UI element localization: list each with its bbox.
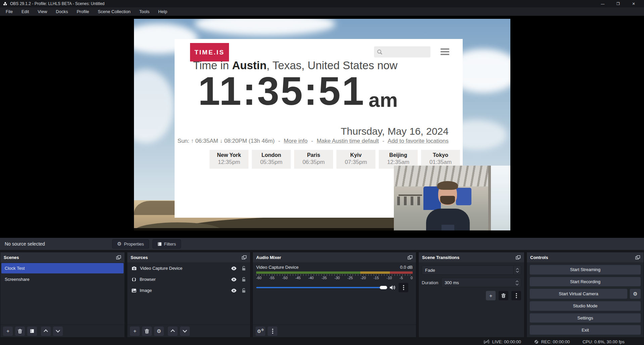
properties-button[interactable]: ⚙ Properties	[112, 239, 149, 249]
city-newyork: New York 12:35pm	[210, 150, 248, 169]
trash-icon	[18, 329, 22, 334]
unlock-icon[interactable]	[242, 266, 246, 271]
volume-meter	[256, 271, 413, 274]
source-item-video-capture[interactable]: Video Capture Device	[128, 263, 249, 273]
popout-icon[interactable]	[408, 255, 413, 260]
popout-icon[interactable]	[242, 255, 247, 260]
filters-button[interactable]: Filters	[152, 239, 181, 249]
virtual-camera-settings-button[interactable]: ⚙	[630, 289, 641, 299]
minimize-button[interactable]: —	[595, 0, 610, 7]
close-button[interactable]: ✕	[626, 0, 641, 7]
menu-tools[interactable]: Tools	[135, 8, 154, 15]
exit-button[interactable]: Exit	[530, 325, 641, 335]
volume-slider-handle[interactable]	[380, 286, 387, 289]
globe-icon	[132, 277, 136, 282]
scenes-panel: Scenes Clock Test Screenshare ＋	[0, 252, 125, 338]
duration-label: Duration	[422, 280, 438, 285]
gear-icon: ⚙	[157, 328, 161, 334]
popout-icon[interactable]	[516, 255, 521, 260]
dock-area: Scenes Clock Test Screenshare ＋	[0, 250, 644, 338]
webcam-person	[426, 181, 470, 230]
image-icon	[132, 289, 136, 293]
scene-item-screenshare[interactable]: Screenshare	[1, 274, 124, 285]
duration-input[interactable]: 300 ms	[441, 278, 521, 287]
start-virtual-camera-button[interactable]: Start Virtual Camera	[530, 289, 628, 299]
menu-view[interactable]: View	[33, 8, 51, 15]
remove-transition-button[interactable]	[499, 291, 508, 300]
city-paris: Paris 06:35pm	[294, 150, 333, 169]
menu-file[interactable]: File	[1, 8, 17, 15]
clock-display: 11:35:51 am	[198, 71, 398, 111]
add-transition-button[interactable]: ＋	[486, 291, 496, 300]
add-scene-button[interactable]: ＋	[3, 327, 13, 336]
scene-item-clock-test[interactable]: Clock Test	[1, 263, 124, 273]
mixer-level-db: 0.0 dB	[400, 265, 413, 270]
sources-panel: Sources Video Capture Device Browser	[127, 252, 250, 338]
volume-slider[interactable]	[256, 287, 386, 288]
add-source-button[interactable]: ＋	[130, 327, 140, 336]
scene-transitions-panel-title: Scene Transitions	[422, 255, 459, 260]
rec-time: REC: 00:00:00	[541, 339, 570, 344]
remove-scene-button[interactable]	[15, 327, 25, 336]
gears-icon: ⚙⚙	[257, 328, 264, 334]
studio-mode-button[interactable]: Studio Mode	[530, 301, 641, 311]
move-scene-down-button[interactable]	[53, 327, 63, 336]
city-london: London 05:35pm	[252, 150, 291, 169]
start-streaming-button[interactable]: Start Streaming	[530, 265, 641, 275]
obs-logo-icon	[3, 1, 7, 6]
status-bar: LIVE: 00:00:00 REC: 00:00:00 CPU: 0.6%, …	[0, 338, 644, 345]
search-input	[374, 46, 430, 57]
window-title: OBS 29.1.2 - Profile: LLHLS BETA - Scene…	[10, 1, 104, 6]
menu-edit[interactable]: Edit	[17, 8, 33, 15]
clock-time: 11:35:51	[198, 71, 365, 111]
remove-source-button[interactable]	[142, 327, 152, 336]
eye-visible-icon[interactable]	[231, 277, 237, 282]
sources-panel-title: Sources	[131, 255, 148, 260]
city-kyiv: Kyiv 07:35pm	[336, 150, 375, 169]
audio-mixer-panel-title: Audio Mixer	[256, 255, 281, 260]
popout-icon[interactable]	[116, 255, 121, 260]
menu-profile[interactable]: Profile	[72, 8, 93, 15]
unlock-icon[interactable]	[242, 288, 246, 293]
menu-help[interactable]: Help	[154, 8, 172, 15]
maximize-button[interactable]: ❐	[610, 0, 626, 7]
menu-docks[interactable]: Docks	[51, 8, 72, 15]
transition-select-arrows[interactable]	[513, 266, 521, 274]
mixer-menu-button[interactable]	[268, 327, 277, 336]
advanced-audio-button[interactable]: ⚙⚙	[256, 327, 265, 336]
move-source-up-button[interactable]	[168, 327, 178, 336]
unlock-icon[interactable]	[242, 277, 246, 282]
live-time: LIVE: 00:00:00	[492, 339, 521, 344]
sun-info-line: Sun: ↑ 06:35AM ↓ 08:20PM (13h 46m) - Mor…	[178, 138, 449, 144]
start-recording-button[interactable]: Start Recording	[530, 277, 641, 287]
search-icon	[377, 49, 383, 55]
eye-visible-icon[interactable]	[231, 266, 237, 270]
source-item-image[interactable]: Image	[128, 285, 249, 296]
trash-icon	[145, 329, 149, 334]
mixer-channel-menu-button[interactable]	[399, 283, 408, 292]
transition-select[interactable]: Fade	[422, 265, 521, 275]
make-default-link: Make Austin time default	[317, 138, 379, 144]
source-context-toolbar: No source selected ⚙ Properties Filters	[0, 238, 644, 250]
date-text: Thursday, May 16, 2024	[341, 126, 449, 137]
gear-icon: ⚙	[633, 291, 637, 297]
eye-visible-icon[interactable]	[231, 289, 237, 293]
scene-filters-button[interactable]	[27, 327, 37, 336]
more-info-link: More info	[284, 138, 308, 144]
menu-scene-collection[interactable]: Scene Collection	[93, 8, 135, 15]
source-item-browser[interactable]: Browser	[128, 274, 249, 285]
popout-icon[interactable]	[635, 255, 640, 260]
controls-panel-title: Controls	[530, 255, 548, 260]
move-scene-up-button[interactable]	[41, 327, 51, 336]
scenes-panel-title: Scenes	[4, 255, 19, 260]
preview-canvas[interactable]: TIME.IS Time in Austin, Texas, United St…	[134, 19, 510, 230]
move-source-down-button[interactable]	[180, 327, 190, 336]
source-properties-button[interactable]: ⚙	[154, 327, 164, 336]
filter-icon	[157, 242, 162, 246]
settings-button[interactable]: Settings	[530, 313, 641, 323]
transition-menu-button[interactable]	[511, 291, 521, 300]
menu-bar: File Edit View Docks Profile Scene Colle…	[0, 7, 644, 16]
webcam-overlay	[394, 166, 510, 230]
speaker-icon[interactable]	[389, 285, 396, 290]
controls-panel: Controls Start Streaming Start Recording…	[526, 252, 644, 338]
